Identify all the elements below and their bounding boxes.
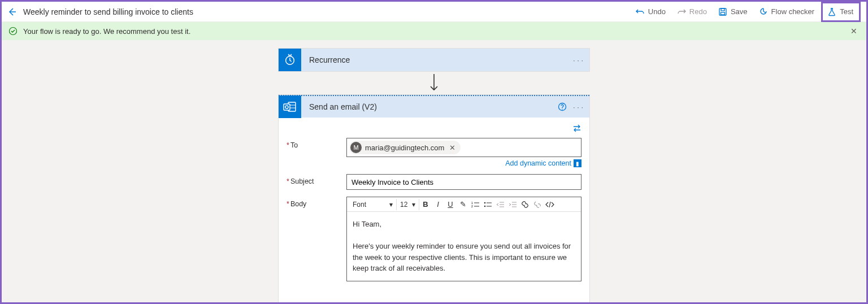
save-button[interactable]: Save <box>714 4 752 20</box>
recurrence-title: Recurrence <box>301 55 570 64</box>
send-email-card: Send an email (V2) · · · *To <box>278 94 590 304</box>
svg-point-3 <box>10 28 17 35</box>
link-icon <box>521 201 529 209</box>
svg-rect-2 <box>721 12 724 15</box>
close-icon: ✕ <box>850 27 857 36</box>
avatar: M <box>350 142 362 153</box>
add-dynamic-content-link[interactable]: Add dynamic content <box>505 159 571 167</box>
outdent-button[interactable] <box>494 199 506 210</box>
save-icon <box>718 7 727 16</box>
link-button[interactable] <box>519 199 531 210</box>
italic-icon: I <box>437 200 439 209</box>
underline-button[interactable]: U <box>444 199 457 210</box>
outdent-icon <box>496 201 504 208</box>
send-email-header[interactable]: Send an email (V2) · · · <box>279 95 589 118</box>
svg-point-13 <box>484 205 486 207</box>
redo-icon <box>677 7 686 16</box>
banner-text: Your flow is ready to go. We recommend y… <box>23 27 190 36</box>
italic-button[interactable]: I <box>432 199 444 210</box>
bold-icon: B <box>423 200 428 209</box>
subject-input[interactable] <box>346 174 581 190</box>
beaker-icon <box>827 7 836 16</box>
font-selector[interactable]: Font ▾ <box>349 199 397 210</box>
save-label: Save <box>731 7 748 16</box>
test-label: Test <box>840 7 853 16</box>
recurrence-icon <box>279 49 301 71</box>
flow-checker-icon <box>759 7 768 16</box>
color-button[interactable]: ✎ <box>457 199 469 210</box>
subject-label: *Subject <box>287 174 346 185</box>
send-email-menu-button[interactable]: · · · <box>570 99 586 115</box>
to-label: *To <box>287 138 346 149</box>
redo-button[interactable]: Redo <box>672 4 711 20</box>
unlink-icon <box>533 201 541 209</box>
indent-button[interactable] <box>506 199 519 210</box>
indent-icon <box>509 201 517 208</box>
ellipsis-icon: · · · <box>573 56 583 64</box>
svg-rect-1 <box>721 8 724 11</box>
recipient-email: maria@guidingtech.com <box>365 144 444 152</box>
numbered-list-button[interactable]: 12 <box>469 199 481 210</box>
ready-banner: Your flow is ready to go. We recommend y… <box>2 22 866 40</box>
back-arrow-icon[interactable] <box>7 7 16 16</box>
help-circle-icon <box>558 102 567 111</box>
chevron-down-icon: ▾ <box>389 201 393 209</box>
send-email-help-button[interactable] <box>554 99 570 115</box>
font-size-selector[interactable]: 12 ▾ <box>397 199 419 210</box>
close-icon: ✕ <box>449 144 455 152</box>
swap-button[interactable] <box>572 124 581 132</box>
test-button-highlight: Test <box>821 2 861 22</box>
close-banner-button[interactable]: ✕ <box>848 24 860 38</box>
redo-label: Redo <box>689 7 707 16</box>
numbered-list-icon: 12 <box>471 201 479 208</box>
underline-icon: U <box>448 200 453 209</box>
undo-label: Undo <box>648 7 666 16</box>
rich-text-toolbar: Font ▾ 12 ▾ B I U ✎ <box>347 197 581 212</box>
remove-chip-button[interactable]: ✕ <box>448 144 457 152</box>
recurrence-menu-button[interactable]: · · · <box>570 52 586 68</box>
test-button[interactable]: Test <box>824 4 857 20</box>
svg-point-9 <box>562 108 562 109</box>
ellipsis-icon: · · · <box>573 103 583 111</box>
top-toolbar: Weekly reminder to send billing invoice … <box>2 2 866 22</box>
show-advanced-options-link[interactable]: Show advanced options <box>287 301 376 305</box>
bullet-list-icon <box>484 201 492 208</box>
send-email-title: Send an email (V2) <box>301 102 554 111</box>
body-editor[interactable]: Hi Team, Here's your weekly reminder to … <box>347 212 581 281</box>
to-input[interactable]: M maria@guidingtech.com ✕ <box>346 138 581 157</box>
body-label: *Body <box>287 197 346 208</box>
svg-rect-6 <box>284 104 290 110</box>
undo-button[interactable]: Undo <box>631 4 670 20</box>
unlink-button[interactable] <box>531 199 544 210</box>
bold-button[interactable]: B <box>419 199 432 210</box>
body-line-2: Here's your weekly reminder to ensure yo… <box>353 241 575 274</box>
swap-icon <box>572 124 581 132</box>
check-circle-icon <box>8 27 18 36</box>
body-line-1: Hi Team, <box>353 219 575 230</box>
chevron-down-icon <box>369 302 376 304</box>
outlook-icon <box>279 95 301 118</box>
svg-text:2: 2 <box>471 205 473 208</box>
code-view-button[interactable] <box>544 199 556 210</box>
svg-point-12 <box>484 202 486 203</box>
recurrence-card[interactable]: Recurrence · · · <box>278 48 590 72</box>
bullet-list-button[interactable] <box>481 199 494 210</box>
dynamic-content-badge-icon[interactable]: ▮ <box>574 159 581 167</box>
flow-checker-label: Flow checker <box>771 7 815 16</box>
page-title: Weekly reminder to send billing invoice … <box>23 7 193 16</box>
flow-connector <box>429 72 439 94</box>
svg-rect-0 <box>719 8 726 15</box>
undo-icon <box>636 7 645 16</box>
recipient-chip[interactable]: M maria@guidingtech.com ✕ <box>349 141 461 154</box>
flow-checker-button[interactable]: Flow checker <box>754 4 819 20</box>
code-icon <box>545 201 554 208</box>
pen-icon: ✎ <box>460 200 466 209</box>
chevron-down-icon: ▾ <box>412 201 415 209</box>
